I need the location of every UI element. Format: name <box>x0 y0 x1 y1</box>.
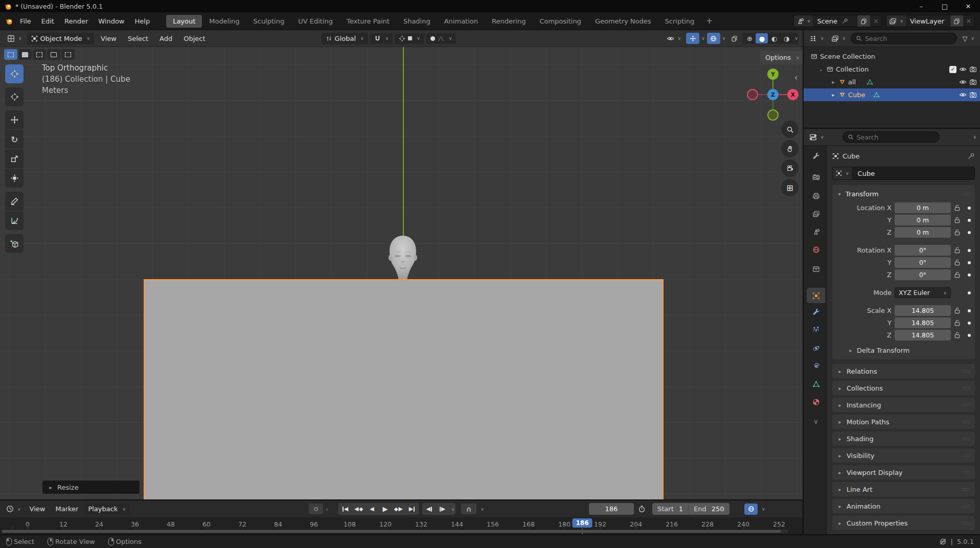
transform-panel-header[interactable]: ▾ Transform :::: <box>836 188 971 199</box>
step-back-button[interactable]: ◀ <box>423 504 436 514</box>
outliner-row-all[interactable]: ▸ all <box>804 76 980 88</box>
tab-layout[interactable]: Layout <box>166 15 202 28</box>
snap-target-dropdown[interactable]: ∨ <box>395 33 424 44</box>
gizmo-dropdown[interactable]: ∨ <box>701 36 705 41</box>
animate-dot[interactable] <box>968 207 971 210</box>
new-scene-button[interactable] <box>857 15 870 27</box>
menu-select[interactable]: Select <box>123 33 153 44</box>
camera-view-button[interactable] <box>781 159 799 177</box>
drag-handle[interactable]: :::: <box>962 487 970 492</box>
tab-particles[interactable] <box>807 322 825 337</box>
animate-dot[interactable] <box>968 219 971 222</box>
panel-viewport-display[interactable]: ▸Viewport Display:::: <box>832 465 975 480</box>
viewlayer-icon[interactable]: ∨ <box>886 15 906 27</box>
options-button[interactable]: Options∨ <box>760 51 803 64</box>
drag-handle[interactable]: :::: <box>962 470 970 475</box>
animate-dot[interactable] <box>968 309 971 312</box>
panel-collections[interactable]: ▸Collections:::: <box>832 381 975 395</box>
jump-to-start-button[interactable]: ◀ <box>339 504 352 514</box>
blender-menu-icon[interactable] <box>5 17 13 25</box>
step-forward-button[interactable]: ▶ <box>436 504 449 514</box>
panel-instancing[interactable]: ▸Instancing:::: <box>832 398 975 412</box>
tool-transform[interactable] <box>5 169 24 188</box>
properties-search[interactable] <box>842 131 940 143</box>
animate-dot[interactable] <box>968 322 971 325</box>
shading-wireframe-button[interactable]: ⊕ <box>743 33 756 43</box>
menu-render[interactable]: Render <box>59 15 93 27</box>
tool-annotate[interactable] <box>5 192 24 211</box>
tab-animation[interactable]: Animation <box>438 15 485 28</box>
close-button[interactable]: ✕ <box>956 0 980 12</box>
animate-dot[interactable] <box>968 273 971 277</box>
tab-scene[interactable] <box>807 224 825 239</box>
overlays-dropdown[interactable]: ∨ <box>722 36 726 41</box>
value-field[interactable]: 0 m <box>895 202 951 213</box>
outliner-filter-button[interactable]: ▽∨ <box>960 33 976 44</box>
outliner-display-mode-button[interactable]: ∨ <box>829 33 848 44</box>
animate-dot[interactable] <box>968 249 971 252</box>
panel-visibility[interactable]: ▸Visibility:::: <box>832 448 975 463</box>
lock-icon[interactable] <box>954 204 961 212</box>
playhead-badge[interactable]: 186 <box>572 518 592 528</box>
select-mode-invert[interactable] <box>47 49 60 60</box>
tab-object[interactable] <box>807 288 825 303</box>
lock-icon[interactable] <box>954 307 961 314</box>
gizmo-axis-x[interactable]: X <box>787 89 799 100</box>
value-field[interactable]: 0 m <box>895 215 951 225</box>
menu-help[interactable]: Help <box>130 15 155 27</box>
minimize-button[interactable]: – <box>909 0 933 12</box>
play-reverse-button[interactable]: ◀ <box>366 504 378 514</box>
disable-render-camera-icon[interactable] <box>969 78 977 86</box>
editor-type-button[interactable]: ∨ <box>4 33 25 44</box>
drag-handle[interactable]: :::: <box>962 402 970 407</box>
proportional-edit-toggle[interactable]: ∨ <box>426 33 457 44</box>
disable-render-camera-icon[interactable] <box>969 91 977 99</box>
preview-range-dropdown[interactable]: ∨ <box>481 507 484 512</box>
panel-relations[interactable]: ▸Relations:::: <box>832 364 975 378</box>
lock-icon[interactable] <box>954 246 961 254</box>
collapse-icon[interactable]: ⌄ <box>818 66 824 72</box>
timeline-overlays-toggle[interactable] <box>744 504 758 515</box>
tab-geometry-nodes[interactable]: Geometry Nodes <box>588 15 658 28</box>
drag-handle[interactable]: :::: <box>962 369 970 374</box>
tab-shading[interactable]: Shading <box>397 15 437 28</box>
zoom-button[interactable] <box>781 121 799 138</box>
delta-transform-subpanel[interactable]: ▸ Delta Transform <box>836 347 971 354</box>
outliner-search-input[interactable] <box>865 35 952 42</box>
navigation-gizmo[interactable]: Y Z X <box>742 63 803 126</box>
tab-collection[interactable] <box>807 261 825 277</box>
lock-icon[interactable] <box>954 331 961 339</box>
value-field[interactable]: 14.805 <box>895 305 951 316</box>
lock-icon[interactable] <box>954 229 961 236</box>
tool-cursor[interactable] <box>5 87 24 106</box>
tool-measure[interactable] <box>5 211 24 230</box>
use-preview-range-icon-button[interactable] <box>638 503 646 515</box>
drag-handle[interactable]: :::: <box>962 504 970 509</box>
menu-window[interactable]: Window <box>93 15 129 27</box>
mode-dropdown[interactable]: Object Mode∨ <box>27 33 95 44</box>
tool-rotate[interactable]: ↻ <box>5 130 24 149</box>
maximize-button[interactable]: □ <box>933 0 956 12</box>
tab-world[interactable] <box>807 242 825 257</box>
gizmo-axis-y[interactable]: Y <box>767 68 779 80</box>
drag-handle[interactable]: :::: <box>962 436 970 441</box>
lock-icon[interactable] <box>954 271 961 279</box>
shading-rendered-button[interactable]: ◑ <box>780 33 792 43</box>
tab-view-layer[interactable] <box>807 206 825 221</box>
drag-handle[interactable]: :::: <box>963 191 971 196</box>
tab-material[interactable] <box>807 394 825 409</box>
object-id-icon[interactable]: ∨ <box>832 167 852 180</box>
collection-checkbox[interactable]: ✓ <box>949 66 956 73</box>
tab-constraints[interactable] <box>807 358 825 374</box>
timeline-scrollbar[interactable] <box>2 530 788 533</box>
select-mode-set[interactable] <box>4 49 17 60</box>
tab-output[interactable] <box>807 188 825 203</box>
menu-object[interactable]: Object <box>179 33 210 44</box>
outliner-row-cube[interactable]: ▸ Cube <box>804 88 980 101</box>
menu-edit[interactable]: Edit <box>36 15 59 27</box>
drag-handle[interactable]: :::: <box>962 520 970 526</box>
panel-motion-paths[interactable]: ▸Motion Paths:::: <box>832 415 975 429</box>
menu-view[interactable]: View <box>96 33 121 44</box>
current-frame-field[interactable]: 186 <box>589 503 634 515</box>
shading-solid-button[interactable]: ● <box>756 33 768 43</box>
